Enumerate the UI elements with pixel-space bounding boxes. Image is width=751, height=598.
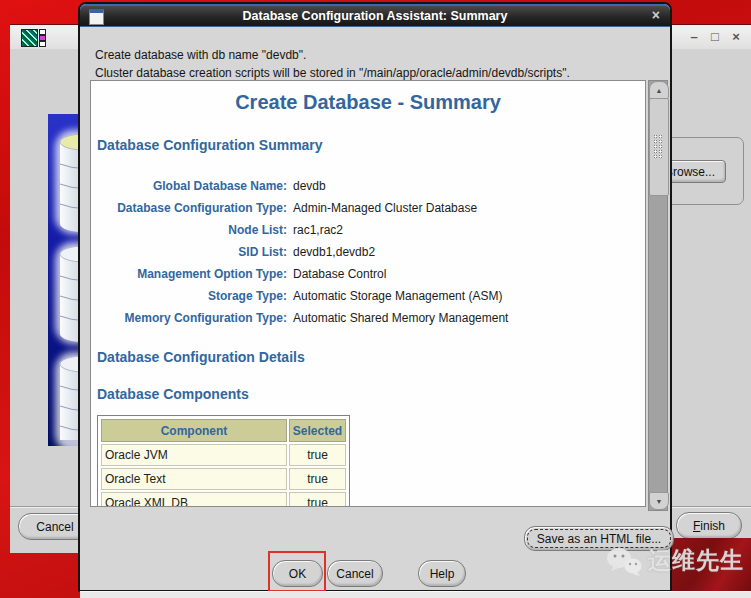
summary-fields: Global Database Name: devdb Database Con… bbox=[91, 175, 645, 329]
table-row: Oracle JVM true bbox=[101, 444, 346, 466]
close-icon[interactable]: × bbox=[652, 7, 660, 23]
maximize-icon[interactable]: □ bbox=[709, 29, 721, 44]
close-icon[interactable]: × bbox=[730, 29, 742, 44]
column-header: Selected bbox=[289, 419, 346, 442]
table-row: Oracle Text true bbox=[101, 468, 346, 490]
summary-dialog: Database Configuration Assistant: Summar… bbox=[78, 2, 672, 592]
ok-button[interactable]: OK bbox=[272, 560, 323, 587]
help-button[interactable]: Help bbox=[418, 560, 466, 587]
scrollbar-thumb[interactable] bbox=[649, 98, 669, 196]
table-row: Oracle XML DB true bbox=[101, 492, 346, 507]
field-label: Global Database Name: bbox=[91, 179, 287, 193]
field-label: Database Configuration Type: bbox=[91, 201, 287, 215]
field-label: Memory Configuration Type: bbox=[91, 311, 287, 325]
summary-scrollpane: Create Database - Summary Database Confi… bbox=[90, 80, 646, 507]
minimize-icon[interactable]: – bbox=[688, 29, 700, 44]
field-label: Management Option Type: bbox=[91, 267, 287, 281]
field-value: Database Control bbox=[293, 267, 386, 281]
intro-line-1: Create database with db name "devdb". bbox=[95, 48, 306, 62]
field-row: Database Configuration Type: Admin-Manag… bbox=[91, 197, 645, 219]
field-value: devdb1,devdb2 bbox=[293, 245, 375, 259]
field-label: SID List: bbox=[91, 245, 287, 259]
background-finish-button[interactable]: Finish bbox=[676, 512, 742, 539]
components-table: Component Selected Oracle JVM true Oracl… bbox=[97, 415, 350, 507]
page-title: Create Database - Summary bbox=[91, 91, 645, 114]
field-row: Node List: rac1,rac2 bbox=[91, 219, 645, 241]
field-label: Node List: bbox=[91, 223, 287, 237]
component-cell: Oracle Text bbox=[101, 468, 287, 490]
field-value: Admin-Managed Cluster Database bbox=[293, 201, 477, 215]
details-heading: Database Configuration Details bbox=[97, 349, 305, 365]
summary-heading: Database Configuration Summary bbox=[97, 137, 323, 153]
dialog-title: Database Configuration Assistant: Summar… bbox=[80, 9, 670, 23]
desktop: – □ × bbox=[0, 0, 751, 598]
finish-button-label: Finish bbox=[693, 519, 725, 533]
cancel-button[interactable]: Cancel bbox=[327, 560, 383, 587]
field-label: Storage Type: bbox=[91, 289, 287, 303]
selected-cell: true bbox=[289, 444, 346, 466]
field-row: Storage Type: Automatic Storage Manageme… bbox=[91, 285, 645, 307]
field-value: Automatic Shared Memory Management bbox=[293, 311, 508, 325]
component-cell: Oracle XML DB bbox=[101, 492, 287, 507]
watermark: 运维先生 bbox=[606, 545, 744, 576]
vertical-scrollbar[interactable]: ▲ ▼ bbox=[648, 80, 668, 511]
component-cell: Oracle JVM bbox=[101, 444, 287, 466]
selected-cell: true bbox=[289, 492, 346, 507]
scroll-down-icon[interactable]: ▼ bbox=[649, 492, 669, 510]
bottom-window-edge bbox=[80, 591, 751, 598]
field-row: SID List: devdb1,devdb2 bbox=[91, 241, 645, 263]
scroll-up-icon[interactable]: ▲ bbox=[649, 81, 669, 99]
scrollbar-grip bbox=[654, 135, 664, 159]
components-heading: Database Components bbox=[97, 386, 249, 402]
window-icon bbox=[89, 9, 104, 25]
field-row: Global Database Name: devdb bbox=[91, 175, 645, 197]
field-value: Automatic Storage Management (ASM) bbox=[293, 289, 502, 303]
intro-line-2: Cluster database creation scripts will b… bbox=[95, 66, 570, 80]
table-header-row: Component Selected bbox=[101, 419, 346, 442]
field-value: rac1,rac2 bbox=[293, 223, 343, 237]
field-row: Management Option Type: Database Control bbox=[91, 263, 645, 285]
dialog-titlebar[interactable]: Database Configuration Assistant: Summar… bbox=[80, 4, 670, 27]
column-header: Component bbox=[101, 419, 287, 442]
field-row: Memory Configuration Type: Automatic Sha… bbox=[91, 307, 645, 329]
selected-cell: true bbox=[289, 468, 346, 490]
field-value: devdb bbox=[293, 179, 326, 193]
wechat-icon bbox=[606, 546, 642, 576]
app-icon bbox=[21, 29, 47, 46]
watermark-text: 运维先生 bbox=[648, 545, 744, 576]
